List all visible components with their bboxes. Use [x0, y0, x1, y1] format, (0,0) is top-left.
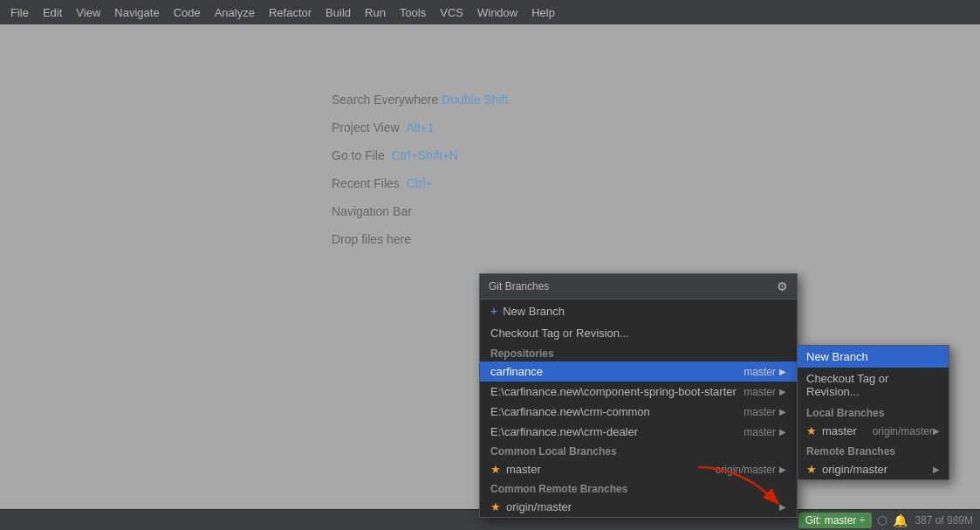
menu-window[interactable]: Window	[470, 3, 524, 23]
git-status[interactable]: Git: master ÷	[798, 513, 873, 528]
menu-run[interactable]: Run	[358, 3, 393, 23]
local-master-branch[interactable]: ★ master origin/master ▶	[480, 459, 797, 479]
menu-vcs[interactable]: VCS	[433, 3, 470, 23]
common-remote-header: Common Remote Branches	[480, 479, 797, 497]
center-content: Search Everywhere Double Shift Project V…	[332, 87, 508, 255]
menu-refactor[interactable]: Refactor	[262, 3, 319, 23]
memory-indicator: 387 of 989M	[915, 514, 973, 527]
repositories-header: Repositories	[480, 344, 797, 361]
vcs-icon[interactable]: ⬡	[877, 513, 887, 527]
repo-name: E:\carfinance.new\component-spring-boot-…	[490, 385, 744, 398]
sub-branch-name: origin/master	[822, 463, 933, 476]
menu-tools[interactable]: Tools	[393, 3, 433, 23]
checkout-tag-label: Checkout Tag or Revision...	[490, 327, 629, 340]
sub-checkout-tag[interactable]: Checkout Tag or Revision...	[798, 368, 949, 403]
drop-files-hint: Drop files here	[332, 227, 508, 251]
sub-new-branch[interactable]: New Branch	[798, 346, 949, 368]
notification-icon[interactable]: 🔔	[893, 513, 908, 527]
branch-remote: origin/master	[716, 464, 776, 476]
repo-component[interactable]: E:\carfinance.new\component-spring-boot-…	[480, 382, 797, 402]
repo-carfinance[interactable]: carfinance master ▶	[480, 361, 797, 382]
sub-local-master[interactable]: ★ master origin/master ▶	[798, 421, 949, 441]
navigation-bar-hint: Navigation Bar	[332, 199, 508, 224]
arrow-right-icon: ▶	[779, 502, 786, 512]
repo-branch: master	[744, 386, 776, 398]
sub-branch-remote: origin/master	[873, 425, 933, 437]
search-everywhere-hint: Search Everywhere Double Shift	[332, 87, 508, 112]
gear-icon[interactable]: ⚙	[777, 279, 788, 293]
star-icon: ★	[490, 500, 501, 513]
branch-name: master	[506, 463, 716, 476]
repo-name: carfinance	[490, 365, 744, 378]
star-icon: ★	[806, 424, 817, 437]
menu-file[interactable]: File	[3, 3, 36, 23]
goto-file-hint: Go to File Ctrl+Shift+N	[332, 143, 508, 168]
repo-name: E:\carfinance.new\crm-dealer	[490, 425, 744, 438]
arrow-right-icon: ▶	[779, 387, 786, 396]
arrow-right-icon: ▶	[779, 465, 786, 474]
star-icon: ★	[806, 463, 817, 476]
menu-build[interactable]: Build	[319, 3, 358, 23]
arrow-right-icon: ▶	[779, 367, 786, 376]
menu-analyze[interactable]: Analyze	[208, 3, 262, 23]
menu-edit[interactable]: Edit	[36, 3, 69, 23]
menu-bar: File Edit View Navigate Code Analyze Ref…	[0, 0, 980, 24]
menu-help[interactable]: Help	[524, 3, 562, 23]
repo-crm-common[interactable]: E:\carfinance.new\crm-common master ▶	[480, 402, 797, 422]
plus-icon: +	[490, 304, 497, 318]
star-icon: ★	[490, 463, 501, 476]
menu-view[interactable]: View	[69, 3, 107, 23]
new-branch-action[interactable]: + New Branch	[480, 299, 797, 322]
git-branches-popup: Git Branches ⚙ + New Branch Checkout Tag…	[479, 273, 798, 518]
repo-branch: master	[744, 406, 776, 418]
arrow-right-icon: ▶	[779, 407, 786, 416]
status-icons: ⬡ 🔔	[877, 513, 908, 527]
repo-crm-dealer[interactable]: E:\carfinance.new\crm-dealer master ▶	[480, 422, 797, 442]
project-view-hint: Project View Alt+1	[332, 115, 508, 140]
sub-checkout-label: Checkout Tag or Revision...	[806, 372, 940, 398]
popup-title: Git Branches	[489, 280, 549, 293]
arrow-right-icon: ▶	[933, 465, 940, 474]
arrow-right-icon: ▶	[779, 427, 786, 437]
menu-navigate[interactable]: Navigate	[107, 3, 166, 23]
sub-branch-name: master	[822, 424, 873, 437]
branch-name: origin/master	[506, 500, 779, 513]
arrow-right-icon: ▶	[933, 426, 940, 436]
recent-files-hint: Recent Files Ctrl+	[332, 171, 508, 196]
new-branch-label: New Branch	[503, 305, 565, 318]
popup-title-bar: Git Branches ⚙	[480, 274, 797, 299]
remote-branches-header: Remote Branches	[798, 441, 949, 459]
repo-branch: master	[744, 366, 776, 378]
local-branches-header: Local Branches	[798, 403, 949, 421]
menu-code[interactable]: Code	[167, 3, 208, 23]
sub-new-branch-label: New Branch	[806, 350, 868, 363]
checkout-tag-action[interactable]: Checkout Tag or Revision...	[480, 322, 797, 344]
common-local-header: Common Local Branches	[480, 442, 797, 459]
sub-remote-origin[interactable]: ★ origin/master ▶	[798, 459, 949, 479]
repo-name: E:\carfinance.new\crm-common	[490, 405, 744, 418]
remote-origin-master[interactable]: ★ origin/master ▶	[480, 497, 797, 517]
repo-branch: master	[744, 426, 776, 438]
sub-popup: New Branch Checkout Tag or Revision... L…	[797, 345, 949, 480]
